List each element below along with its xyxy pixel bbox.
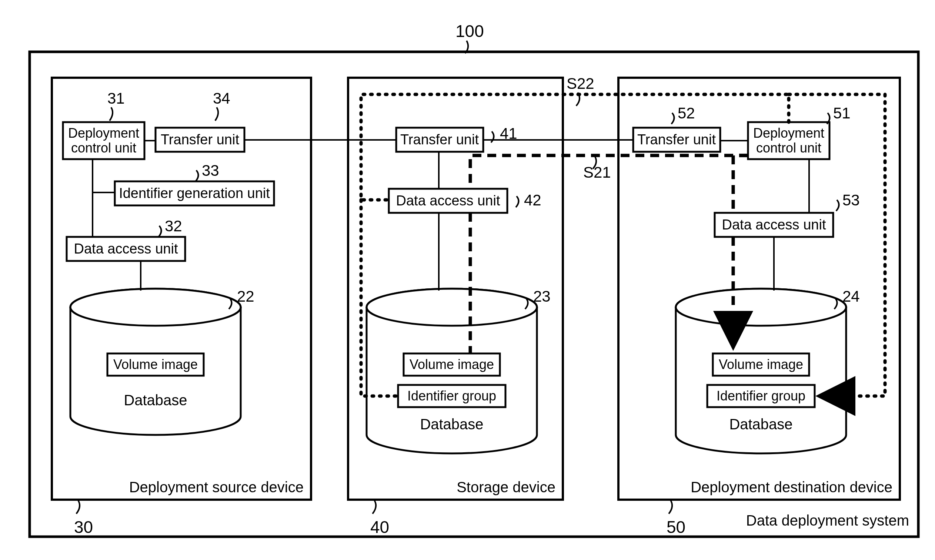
ref-42: 42	[524, 191, 541, 209]
ref-50: 50	[667, 517, 685, 537]
stg-db-volume: Volume image	[410, 357, 494, 372]
dst-db-idgroup: Identifier group	[716, 388, 806, 403]
dst-transfer-label: Transfer unit	[637, 132, 716, 147]
ref-30: 30	[74, 517, 93, 537]
ref-100: 100	[456, 22, 484, 41]
dst-deploy-ctrl-l2: control unit	[756, 140, 821, 155]
label-s22: S22	[567, 75, 594, 92]
dest-device: Deployment destination device 50 Transfe…	[618, 78, 900, 537]
src-db-volume: Volume image	[113, 357, 198, 372]
ref-23: 23	[533, 288, 551, 305]
ref-53: 53	[843, 191, 860, 209]
source-device: Deployment source device 30 Deployment c…	[52, 78, 311, 537]
svg-point-3	[70, 289, 241, 326]
dst-db: Volume image Identifier group Database 2…	[676, 288, 860, 454]
stg-db: Volume image Identifier group Database 2…	[367, 288, 551, 454]
stg-transfer-label: Transfer unit	[400, 132, 479, 147]
src-deploy-ctrl-l2: control unit	[71, 140, 136, 155]
stg-db-label: Database	[420, 416, 483, 432]
ref-52: 52	[678, 105, 695, 122]
dst-deploy-ctrl-l1: Deployment	[753, 126, 824, 141]
src-idgen-label: Identifier generation unit	[119, 185, 270, 201]
ref-31: 31	[107, 89, 125, 107]
ref-24: 24	[843, 288, 860, 305]
system-title: Data deployment system	[746, 512, 909, 529]
dest-title: Deployment destination device	[691, 479, 892, 495]
ref-32: 32	[165, 217, 182, 235]
label-s21: S21	[583, 164, 611, 181]
stg-db-idgroup: Identifier group	[407, 388, 496, 403]
src-transfer-label: Transfer unit	[161, 132, 239, 147]
dst-db-volume: Volume image	[719, 357, 803, 372]
ref-51: 51	[833, 105, 850, 122]
dst-data-access-label: Data access unit	[722, 217, 826, 232]
stg-data-access-label: Data access unit	[396, 193, 500, 208]
storage-title: Storage device	[457, 479, 555, 495]
svg-point-19	[676, 289, 846, 326]
svg-point-12	[367, 289, 537, 326]
dst-db-label: Database	[729, 416, 792, 432]
diagram: Data deployment system 100 Deployment so…	[0, 0, 935, 560]
storage-device: Storage device 40 Transfer unit 41 Data …	[348, 78, 563, 537]
ref-33: 33	[202, 162, 219, 179]
ref-40: 40	[370, 517, 389, 537]
source-title: Deployment source device	[129, 479, 303, 495]
src-deploy-ctrl-l1: Deployment	[68, 126, 139, 141]
src-db-label: Database	[124, 392, 187, 408]
ref-34: 34	[213, 89, 230, 107]
src-data-access-label: Data access unit	[74, 241, 178, 257]
ref-22: 22	[237, 288, 254, 305]
src-db: Volume image Database 22	[70, 288, 254, 435]
